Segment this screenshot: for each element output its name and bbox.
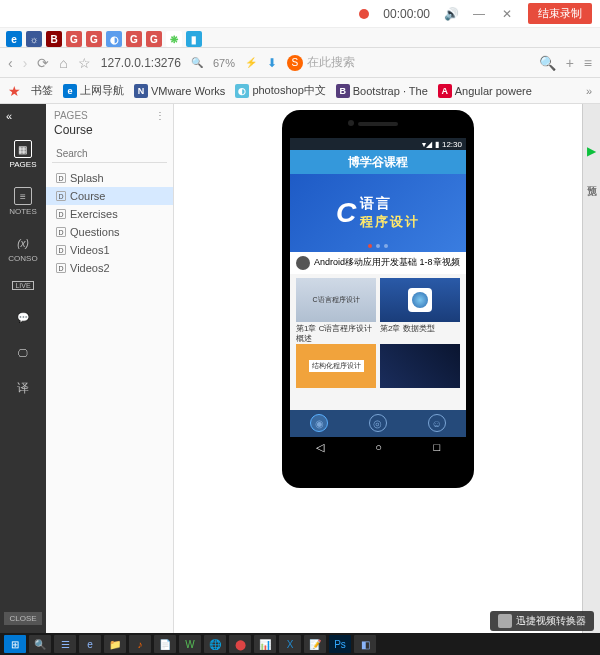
bookmark-item[interactable]: ◐photoshop中文 xyxy=(235,83,325,98)
console-icon: (x) xyxy=(14,234,32,252)
pages-search-input[interactable] xyxy=(52,145,167,163)
tab-courses[interactable]: ◉ xyxy=(310,414,328,432)
tab-baidu[interactable]: ☼ xyxy=(26,31,42,47)
bookmarks-star-icon[interactable]: ★ xyxy=(8,83,21,99)
download-icon[interactable]: ⬇ xyxy=(267,56,277,70)
tab-profile[interactable]: ☺ xyxy=(428,414,446,432)
hero-banner[interactable]: C 语言 程序设计 xyxy=(290,174,466,252)
address-bar: ‹ › ⟳ ⌂ ☆ 127.0.0.1:3276 🔍 67% ⚡ ⬇ S 在此搜… xyxy=(0,48,600,78)
page-item-exercises[interactable]: DExercises xyxy=(46,205,173,223)
rail-chat[interactable]: 💬 xyxy=(14,308,32,326)
taskbar-taskview-icon[interactable]: ☰ xyxy=(54,635,76,653)
taskbar-app[interactable]: 📁 xyxy=(104,635,126,653)
taskbar-app[interactable]: 📄 xyxy=(154,635,176,653)
menu-button[interactable]: ≡ xyxy=(584,55,592,71)
flash-icon[interactable]: ⚡ xyxy=(245,57,257,68)
nav-back-icon[interactable]: ◁ xyxy=(316,441,324,454)
search-icon[interactable]: 🔍 xyxy=(539,55,556,71)
page-item-questions[interactable]: DQuestions xyxy=(46,223,173,241)
rail-notes[interactable]: ≡NOTES xyxy=(9,187,37,216)
taskbar-app[interactable]: W xyxy=(179,635,201,653)
course-card[interactable]: C语言程序设计 第1章 C语言程序设计概述 xyxy=(296,278,376,340)
video-list-row[interactable]: Android移动应用开发基础 1-8章视频 xyxy=(290,252,466,274)
favorite-button[interactable]: ☆ xyxy=(78,55,91,71)
page-item-videos2[interactable]: DVideos2 xyxy=(46,259,173,277)
taskbar-app[interactable]: 📊 xyxy=(254,635,276,653)
rail-live[interactable]: LIVE xyxy=(12,281,33,290)
taskbar-search-icon[interactable]: 🔍 xyxy=(29,635,51,653)
tab-edge[interactable]: e xyxy=(6,31,22,47)
bookmark-item[interactable]: NVMware Works xyxy=(134,84,225,98)
banner-logo: C xyxy=(336,197,356,229)
video-avatar-icon xyxy=(296,256,310,270)
tab-cloud[interactable]: ◐ xyxy=(106,31,122,47)
bookmarks-label: 书签 xyxy=(31,83,53,98)
minimize-icon[interactable]: — xyxy=(472,7,486,21)
close-icon[interactable]: ✕ xyxy=(500,7,514,21)
zoom-out-icon[interactable]: 🔍 xyxy=(191,57,203,68)
dot-icon[interactable] xyxy=(384,244,388,248)
reload-button[interactable]: ⟳ xyxy=(37,55,49,71)
wifi-icon: ▾◢ xyxy=(422,140,432,149)
rail-console[interactable]: (x)CONSO xyxy=(8,234,37,263)
home-button[interactable]: ⌂ xyxy=(59,55,67,71)
taskbar-app[interactable]: Ps xyxy=(329,635,351,653)
watermark-badge: 迅捷视频转换器 xyxy=(490,611,594,631)
card-title: 第2章 数据类型 xyxy=(380,322,460,340)
taskbar-app[interactable]: ♪ xyxy=(129,635,151,653)
status-bar: ▾◢ ▮ 12:30 xyxy=(290,138,466,150)
taskbar-app[interactable]: 📝 xyxy=(304,635,326,653)
tab-g3[interactable]: G xyxy=(126,31,142,47)
back-button[interactable]: ‹ xyxy=(8,55,13,71)
taskbar-app[interactable]: X xyxy=(279,635,301,653)
translate-icon: 译 xyxy=(17,380,29,397)
thumbnail xyxy=(380,344,460,388)
tab-active[interactable]: ▮ xyxy=(186,31,202,47)
taskbar-app[interactable]: e xyxy=(79,635,101,653)
dot-icon[interactable] xyxy=(368,244,372,248)
tab-exercises[interactable]: ◎ xyxy=(369,414,387,432)
dot-icon[interactable] xyxy=(376,244,380,248)
url-text[interactable]: 127.0.0.1:3276 xyxy=(101,56,181,70)
phone-screen: ▾◢ ▮ 12:30 博学谷课程 C 语言 程序设计 xyxy=(290,138,466,458)
add-button[interactable]: + xyxy=(566,55,574,71)
forward-button[interactable]: › xyxy=(23,55,28,71)
pages-menu-icon[interactable]: ⋮ xyxy=(155,110,165,121)
close-panel-button[interactable]: CLOSE xyxy=(4,612,41,625)
tab-wx[interactable]: ❋ xyxy=(166,31,182,47)
tab-g1[interactable]: G xyxy=(66,31,82,47)
main-area: « ▦PAGES ≡NOTES (x)CONSO LIVE 💬 🖵 译 CLOS… xyxy=(0,104,600,633)
course-card[interactable]: 结构化程序设计 xyxy=(296,344,376,406)
bookmark-item[interactable]: AAngular powere xyxy=(438,84,532,98)
play-icon[interactable]: ▶ xyxy=(587,144,596,158)
page-item-videos1[interactable]: DVideos1 xyxy=(46,241,173,259)
bookmark-item[interactable]: e上网导航 xyxy=(63,83,124,98)
end-record-button[interactable]: 结束录制 xyxy=(528,3,592,24)
rail-translate[interactable]: 译 xyxy=(17,380,29,397)
taskbar-app[interactable]: 🌐 xyxy=(204,635,226,653)
left-rail: « ▦PAGES ≡NOTES (x)CONSO LIVE 💬 🖵 译 CLOS… xyxy=(0,104,46,633)
omnibox-search[interactable]: S 在此搜索 xyxy=(287,54,529,71)
page-item-splash[interactable]: DSplash xyxy=(46,169,173,187)
page-item-course[interactable]: DCourse xyxy=(46,187,173,205)
right-side-panel[interactable]: ▶ 预览 xyxy=(582,104,600,633)
taskbar-app[interactable]: ⬤ xyxy=(229,635,251,653)
sogou-icon: S xyxy=(287,55,303,71)
rail-pages[interactable]: ▦PAGES xyxy=(10,140,37,169)
nav-recent-icon[interactable]: □ xyxy=(434,441,441,453)
collapse-panel-icon[interactable]: « xyxy=(6,110,12,122)
start-button[interactable]: ⊞ xyxy=(4,635,26,653)
course-card[interactable]: 第2章 数据类型 xyxy=(380,278,460,340)
bookmark-item[interactable]: BBootstrap · The xyxy=(336,84,428,98)
volume-icon[interactable]: 🔊 xyxy=(444,7,458,21)
rail-monitor[interactable]: 🖵 xyxy=(14,344,32,362)
bookmarks-more-icon[interactable]: » xyxy=(586,85,592,97)
tab-b[interactable]: B xyxy=(46,31,62,47)
tab-g2[interactable]: G xyxy=(86,31,102,47)
record-icon xyxy=(359,9,369,19)
tab-g4[interactable]: G xyxy=(146,31,162,47)
browser-tabs: e ☼ B G G ◐ G G ❋ ▮ xyxy=(0,28,600,48)
taskbar-app[interactable]: ◧ xyxy=(354,635,376,653)
course-card[interactable] xyxy=(380,344,460,406)
nav-home-icon[interactable]: ○ xyxy=(375,441,382,453)
